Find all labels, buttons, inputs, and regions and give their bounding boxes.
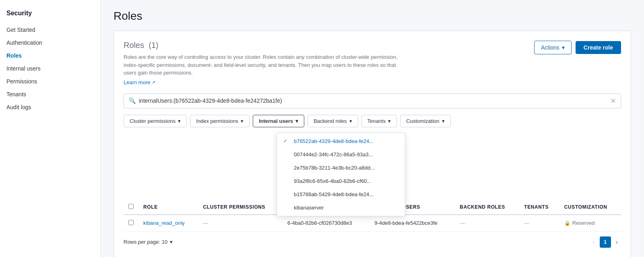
card-description: Roles are the core way of controlling ac… [124,53,405,77]
card-header: Roles (1) Roles are the core way of cont… [124,41,621,85]
create-role-button[interactable]: Create role [576,41,621,54]
table-footer: Rows per page: 10 ▾ ‹ 1 › [124,232,621,248]
filter-btn-backend-roles[interactable]: Backend roles▾ [308,115,358,127]
dropdown-item-item3[interactable]: 2e75b78b-3211-4e3b-bc20-a8dd... [277,161,405,174]
col-backend-roles: Backend roles [455,200,519,215]
col-cluster-permissions: Cluster permissions [198,200,283,215]
filter-btn-internal-users[interactable]: Internal users▾ [253,115,304,127]
sidebar-item-permissions[interactable]: Permissions [0,75,100,88]
lock-icon: 🔒 [564,220,570,226]
role-link[interactable]: kibana_read_only [143,220,185,226]
sidebar-item-authentication[interactable]: Authentication [0,36,100,49]
dropdown-item-item5[interactable]: b15788ab-5429-4de8-bdea-fe24... [277,188,405,201]
sidebar: Security Get StartedAuthenticationRolesI… [0,0,101,257]
select-all-checkbox[interactable] [128,204,134,209]
sidebar-item-internal-users[interactable]: Internal users [0,62,100,75]
col-tenants: Tenants [519,200,559,215]
card-header-left: Roles (1) Roles are the core way of cont… [124,41,405,85]
row-cluster-perm: — [198,215,283,232]
filter-btn-customization[interactable]: Customization▾ [400,115,450,127]
filter-btn-index-permissions[interactable]: Index permissions▾ [190,115,250,127]
search-icon: 🔍 [129,97,136,104]
search-input[interactable] [139,97,611,104]
row-checkbox[interactable] [128,220,134,225]
sidebar-item-roles[interactable]: Roles [0,49,100,62]
rows-chevron-icon: ▾ [170,239,173,245]
dropdown-item-item2[interactable]: 007444e2-34fc-472c-86a5-93a3... [277,148,405,161]
sidebar-item-audit-logs[interactable]: Audit logs [0,101,100,114]
next-page-button[interactable]: › [613,237,621,247]
roles-card: Roles (1) Roles are the core way of cont… [114,31,631,257]
sidebar-item-get-started[interactable]: Get Started [0,23,100,36]
search-bar: 🔍 ✕ [124,93,621,108]
row-role: kibana_read_only [138,215,198,232]
filter-chevron-icon: ▾ [388,118,391,124]
row-tenants: — [519,215,559,232]
internal-users-dropdown: ✓b76522ab-4329-4de8-bdea-fe24...007444e2… [277,133,405,216]
next-icon: › [616,238,618,245]
dropdown-item-item6[interactable]: kibanaserver [277,201,405,214]
dropdown-item-item1[interactable]: ✓b76522ab-4329-4de8-bdea-fe24... [277,135,405,148]
rows-per-page[interactable]: Rows per page: 10 ▾ [124,239,173,245]
learn-more-link[interactable]: Learn more ↗ [124,79,155,85]
current-page: 1 [600,236,611,248]
filter-btn-cluster-permissions[interactable]: Cluster permissions▾ [124,115,187,127]
table-row: kibana_read_only — 6-4ba0-82b6-cf026730d… [124,215,621,232]
sidebar-item-tenants[interactable]: Tenants [0,88,100,101]
main-content: Roles Roles (1) Roles are the core way o… [101,0,644,257]
row-customization: 🔒Reserved [559,215,621,232]
col-role: Role [138,200,198,215]
row-internal-users: 9-4de8-bdea-fe5422bce3fe [369,215,455,232]
filter-chevron-icon: ▾ [295,118,298,124]
filter-chevron-icon: ▾ [178,118,181,124]
filter-btn-tenants[interactable]: Tenants▾ [361,115,397,127]
prev-icon: ‹ [592,238,594,245]
filter-chevron-icon: ▾ [349,118,352,124]
row-backend-roles: — [455,215,519,232]
check-icon: ✓ [283,138,290,144]
prev-page-button[interactable]: ‹ [589,237,598,247]
pagination: ‹ 1 › [589,236,621,248]
external-link-icon: ↗ [152,80,155,85]
filter-section: Cluster permissions▾Index permissions▾In… [124,115,621,127]
card-actions: Actions ▾ Create role [534,41,621,54]
filter-row: Cluster permissions▾Index permissions▾In… [124,115,621,127]
select-all-header [124,200,138,215]
sidebar-title: Security [0,6,100,23]
row-checkbox-cell [124,215,138,232]
actions-button[interactable]: Actions ▾ [534,41,572,54]
filter-chevron-icon: ▾ [442,118,445,124]
table-body: kibana_read_only — 6-4ba0-82b6-cf026730d… [124,215,621,232]
row-index-perm: 6-4ba0-82b6-cf026730d8e3 [283,215,369,232]
card-title: Roles (1) [124,41,405,50]
chevron-down-icon: ▾ [562,44,565,51]
dropdown-item-item4[interactable]: 93a2f8c6-65x6-4ba0-82b6-cf60... [277,174,405,188]
page-title: Roles [114,10,631,23]
col-customization: Customization [559,200,621,215]
sidebar-nav: Get StartedAuthenticationRolesInternal u… [0,23,100,114]
clear-search-icon[interactable]: ✕ [611,97,616,105]
filter-chevron-icon: ▾ [241,118,244,124]
